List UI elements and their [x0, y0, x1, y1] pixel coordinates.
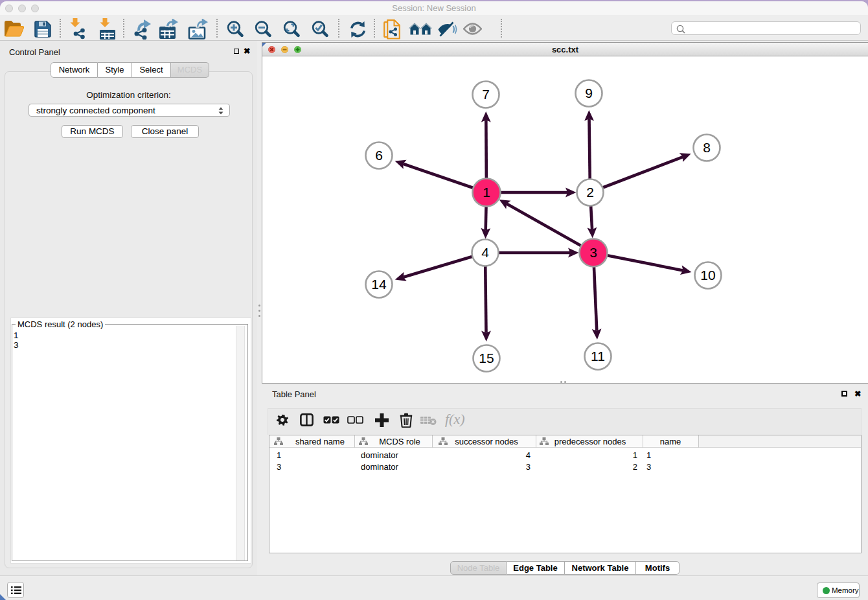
svg-text:8: 8: [703, 140, 711, 155]
svg-text:2: 2: [586, 185, 594, 200]
svg-text:3: 3: [589, 245, 597, 260]
svg-text:11: 11: [591, 349, 605, 363]
svg-text:4: 4: [481, 245, 489, 260]
svg-text:10: 10: [700, 268, 715, 283]
svg-text:14: 14: [371, 277, 387, 292]
svg-text:9: 9: [585, 86, 593, 100]
svg-text:15: 15: [479, 351, 494, 365]
svg-text:7: 7: [482, 87, 490, 102]
svg-text:1: 1: [483, 185, 490, 200]
svg-text:6: 6: [375, 148, 383, 163]
